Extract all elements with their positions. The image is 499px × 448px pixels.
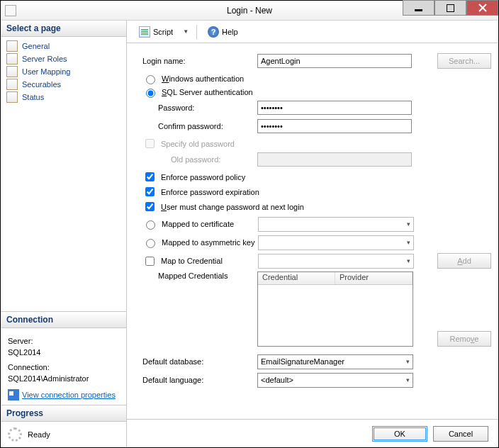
window: Login - New Select a page General Server… [0,0,499,448]
default-db-label: Default database: [142,357,257,366]
default-lang-label: Default language: [142,376,257,384]
sidebar-item-server-roles[interactable]: Server Roles [2,52,125,65]
sidebar-item-securables[interactable]: Securables [2,78,125,91]
select-page-header: Select a page [1,21,126,37]
properties-icon [8,389,19,401]
old-password-label: Old password: [171,155,257,164]
cred-col-credential: Credential [258,272,335,284]
svg-rect-1 [447,4,454,12]
windows-auth-label: Windows authentication [162,74,244,83]
form-area: Login name: Search... Windows authentica… [127,43,498,419]
toolbar-separator [196,25,197,39]
help-button[interactable]: ? Help [203,24,243,40]
progress-text: Ready [28,430,50,439]
mapped-asym-label: Mapped to asymmetric key [162,238,254,247]
mapped-cert-radio[interactable] [146,220,155,230]
dialog-footer: OK Cancel [127,419,498,447]
specify-old-label: Specify old password [161,140,235,148]
password-label: Password: [158,103,257,112]
enforce-expiration-checkbox[interactable] [145,187,155,196]
script-button[interactable]: Script [134,24,178,40]
enforce-expiration-label: Enforce password expiration [161,188,259,196]
remove-button: Remove [437,331,491,347]
page-icon [6,91,18,103]
specify-old-checkbox [145,139,155,148]
map-credential-label: Map to Credential [161,257,223,265]
old-password-input [257,152,412,167]
mapped-asym-select: ▾ [258,235,414,250]
connection-value: SQL2014\Administrator [8,373,120,385]
map-credential-checkbox[interactable] [145,257,155,266]
search-button[interactable]: Search... [437,53,491,69]
enforce-policy-checkbox[interactable] [145,172,155,181]
add-button: Add [437,253,491,269]
progress-header: Progress [1,405,126,422]
page-icon [6,66,18,77]
map-credential-select: ▾ [258,254,414,269]
page-icon [6,79,18,90]
connection-header: Connection [1,312,126,328]
ok-button[interactable]: OK [372,426,427,442]
confirm-password-label: Confirm password: [158,122,257,130]
help-icon: ? [208,26,219,38]
default-lang-select[interactable]: <default>▾ [257,373,413,388]
progress-spinner-icon [8,427,22,442]
credentials-table[interactable]: Credential Provider [257,271,413,347]
password-input[interactable] [257,101,412,115]
script-icon [139,26,150,38]
server-value: SQL2014 [8,347,120,359]
page-icon [6,40,18,52]
login-name-input[interactable] [257,54,412,68]
sql-auth-radio[interactable] [146,89,155,98]
login-name-label: Login name: [142,57,257,65]
titlebar[interactable]: Login - New [1,1,498,21]
mapped-credentials-label: Mapped Credentials [142,271,257,280]
cred-col-provider: Provider [335,272,413,284]
minimize-button[interactable] [403,0,434,16]
server-label: Server: [8,335,120,347]
script-dropdown-arrow-icon[interactable]: ▼ [181,28,191,35]
mapped-cert-label: Mapped to certificate [162,220,234,228]
default-db-select[interactable]: EmailSignatureManager▾ [257,354,413,369]
svg-rect-0 [415,9,422,11]
page-icon [6,53,18,65]
toolbar: Script ▼ ? Help [127,21,498,43]
confirm-password-input[interactable] [257,119,412,133]
mapped-asym-radio[interactable] [146,239,155,248]
must-change-label: User must change password at next login [161,203,304,211]
cancel-button[interactable]: Cancel [433,426,488,442]
connection-label: Connection: [8,362,120,374]
sidebar-item-user-mapping[interactable]: User Mapping [2,65,125,78]
mapped-cert-select: ▾ [258,217,414,232]
maximize-button[interactable] [434,0,466,16]
sidebar-item-status[interactable]: Status [2,91,125,103]
view-connection-link[interactable]: View connection properties [22,389,116,401]
enforce-policy-label: Enforce password policy [161,173,245,181]
sidebar: Select a page General Server Roles User … [1,21,127,447]
main-panel: Script ▼ ? Help Login name: Search... [127,21,498,447]
must-change-checkbox[interactable] [145,202,155,211]
sidebar-item-general[interactable]: General [2,40,125,52]
windows-auth-radio[interactable] [146,75,155,84]
sql-auth-label: SQL Server authentication [162,88,253,96]
close-button[interactable] [466,0,498,16]
